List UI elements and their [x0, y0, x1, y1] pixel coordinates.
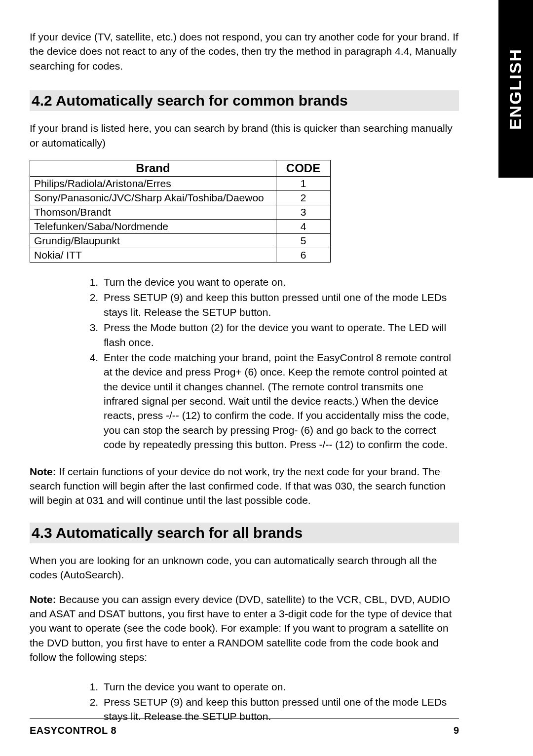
step-item: Turn the device you want to operate on. — [101, 275, 459, 289]
code-cell: 3 — [276, 205, 331, 219]
code-cell: 5 — [276, 233, 331, 248]
step-item: Turn the device you want to operate on. — [101, 680, 459, 694]
brand-cell: Telefunken/Saba/Nordmende — [30, 219, 276, 233]
step-item: Press SETUP (9) and keep this button pre… — [101, 290, 459, 319]
intro-paragraph: If your device (TV, satellite, etc.) doe… — [30, 30, 459, 73]
brand-cell: Thomson/Brandt — [30, 205, 276, 219]
section-4-3-heading: 4.3 Automatically search for all brands — [30, 523, 459, 543]
note-label: Note: — [30, 466, 56, 477]
note-text: Because you can assign every device (DVD… — [30, 594, 452, 663]
section-4-3-steps: Turn the device you want to operate on. … — [89, 680, 459, 724]
footer-product-name: EASYCONTROL 8 — [30, 725, 116, 736]
section-4-2-intro: If your brand is listed here, you can se… — [30, 121, 459, 150]
table-row: Grundig/Blaupunkt 5 — [30, 233, 331, 248]
code-header: CODE — [276, 160, 331, 176]
brand-cell: Philips/Radiola/Aristona/Erres — [30, 176, 276, 190]
code-cell: 1 — [276, 176, 331, 190]
page-footer: EASYCONTROL 8 9 — [30, 718, 459, 736]
code-cell: 4 — [276, 219, 331, 233]
page-content: If your device (TV, satellite, etc.) doe… — [30, 30, 459, 724]
section-4-2-note: Note: If certain functions of your devic… — [30, 464, 459, 508]
note-text: If certain functions of your device do n… — [30, 466, 446, 506]
page-number: 9 — [454, 725, 459, 736]
code-cell: 2 — [276, 190, 331, 205]
brand-header: Brand — [30, 160, 276, 176]
brand-cell: Grundig/Blaupunkt — [30, 233, 276, 248]
language-tab: ENGLISH — [498, 0, 533, 178]
brand-cell: Nokia/ ITT — [30, 248, 276, 262]
table-header-row: Brand CODE — [30, 160, 331, 176]
table-row: Thomson/Brandt 3 — [30, 205, 331, 219]
section-4-2-heading: 4.2 Automatically search for common bran… — [30, 90, 459, 111]
code-cell: 6 — [276, 248, 331, 262]
table-row: Nokia/ ITT 6 — [30, 248, 331, 262]
brand-cell: Sony/Panasonic/JVC/Sharp Akai/Toshiba/Da… — [30, 190, 276, 205]
table-row: Philips/Radiola/Aristona/Erres 1 — [30, 176, 331, 190]
section-4-3-note: Note: Because you can assign every devic… — [30, 592, 459, 665]
step-item: Press the Mode button (2) for the device… — [101, 320, 459, 349]
step-item: Enter the code matching your brand, poin… — [101, 350, 459, 452]
language-tab-text: ENGLISH — [506, 48, 526, 129]
section-4-3-intro: When you are looking for an unknown code… — [30, 553, 459, 582]
table-row: Telefunken/Saba/Nordmende 4 — [30, 219, 331, 233]
brand-code-table: Brand CODE Philips/Radiola/Aristona/Erre… — [30, 160, 331, 263]
section-4-2-steps: Turn the device you want to operate on. … — [89, 275, 459, 452]
note-label: Note: — [30, 594, 56, 605]
table-row: Sony/Panasonic/JVC/Sharp Akai/Toshiba/Da… — [30, 190, 331, 205]
